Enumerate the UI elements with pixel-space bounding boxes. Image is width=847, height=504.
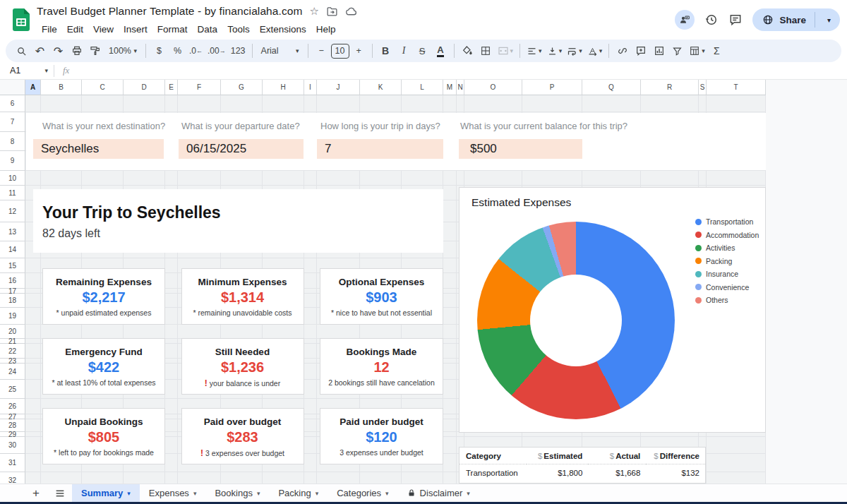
row-header-10[interactable]: 10	[0, 171, 25, 186]
card-paid-over-budget[interactable]: Paid over budget$283!3 expenses over bud…	[181, 408, 304, 464]
table-views-icon[interactable]: ▾	[687, 42, 707, 60]
add-sheet-button[interactable]: +	[24, 484, 48, 502]
menu-file[interactable]: File	[37, 23, 62, 36]
row-header-21[interactable]: 21	[0, 339, 25, 344]
select-all-corner[interactable]	[0, 80, 25, 95]
share-button[interactable]: Share ▾	[752, 8, 840, 31]
column-header-A[interactable]: A	[25, 80, 41, 95]
sheet-tab-caret[interactable]: ▾	[467, 490, 470, 497]
sheet-tab-categories[interactable]: Categories▾	[328, 484, 397, 502]
menu-tools[interactable]: Tools	[222, 23, 255, 36]
column-header-K[interactable]: K	[360, 80, 402, 95]
column-header-O[interactable]: O	[464, 80, 522, 95]
filter-icon[interactable]	[668, 42, 686, 60]
name-box[interactable]: A1 ▾	[0, 66, 54, 76]
column-header-R[interactable]: R	[641, 80, 699, 95]
undo-icon[interactable]: ↶	[31, 42, 49, 60]
answer-cell-destination[interactable]: Seychelles	[33, 139, 164, 159]
text-wrap-icon[interactable]: ▾	[565, 42, 584, 60]
row-header-25[interactable]: 25	[0, 380, 25, 399]
redo-icon[interactable]: ↷	[49, 42, 67, 60]
menu-insert[interactable]: Insert	[119, 23, 152, 36]
horizontal-align-icon[interactable]: ▾	[524, 42, 544, 60]
sheet-tab-caret[interactable]: ▾	[193, 490, 197, 497]
card-still-needed[interactable]: Still Needed$1,236!your balance is under	[181, 338, 304, 395]
strikethrough-icon[interactable]: S	[414, 42, 431, 60]
menu-help[interactable]: Help	[311, 23, 341, 36]
row-header-24[interactable]: 24	[0, 364, 25, 380]
sheet-tab-caret[interactable]: ▾	[257, 490, 260, 497]
vertical-align-icon[interactable]: ▾	[545, 42, 565, 60]
row-header-9[interactable]: 9	[0, 151, 25, 171]
menu-view[interactable]: View	[88, 23, 119, 36]
font-size-input[interactable]: 10	[331, 44, 349, 59]
all-sheets-menu-icon[interactable]	[48, 484, 72, 502]
row-header-18[interactable]: 18	[0, 294, 25, 308]
column-header-E[interactable]: E	[165, 80, 178, 95]
insert-link-icon[interactable]	[613, 42, 631, 60]
column-header-T[interactable]: T	[707, 80, 766, 95]
column-header-C[interactable]: C	[82, 80, 124, 95]
col-header-actual[interactable]: $Actual	[588, 448, 646, 464]
answer-cell-departure-date[interactable]: 06/15/2025	[179, 139, 304, 159]
row-header-17[interactable]: 17	[0, 289, 25, 294]
share-dropdown-caret[interactable]: ▾	[821, 16, 837, 24]
menu-format[interactable]: Format	[152, 23, 193, 36]
card-optional-expenses[interactable]: Optional Expenses$903!* nice to have but…	[320, 268, 443, 325]
row-header-14[interactable]: 14	[0, 241, 25, 258]
sheet-tab-disclaimer[interactable]: Disclaimer▾	[398, 484, 479, 502]
format-percent-icon[interactable]: %	[169, 42, 186, 60]
sheet-tab-caret[interactable]: ▾	[127, 490, 131, 497]
card-unpaid-bookings[interactable]: Unpaid Bookings$805!* left to pay for bo…	[42, 408, 165, 464]
row-header-12[interactable]: 12	[0, 200, 25, 222]
font-select[interactable]: Arial▾	[257, 42, 304, 60]
document-title[interactable]: Travel Budget Planner Template - by fina…	[37, 5, 303, 18]
row-header-6[interactable]: 6	[0, 95, 25, 112]
decrease-decimal-icon[interactable]: .0←	[187, 42, 205, 60]
row-header-31[interactable]: 31	[0, 454, 25, 472]
sheet-tab-expenses[interactable]: Expenses▾	[140, 484, 206, 502]
print-icon[interactable]	[68, 42, 85, 60]
zoom-select[interactable]: 100%▾	[104, 42, 141, 60]
row-header-19[interactable]: 19	[0, 308, 25, 325]
text-color-icon[interactable]: A	[437, 45, 443, 57]
column-header-G[interactable]: G	[221, 80, 263, 95]
row-header-27[interactable]: 27	[0, 414, 25, 419]
merge-cells-icon[interactable]: ▾	[495, 42, 516, 60]
card-paid-under-budget[interactable]: Paid under budget$120!3 expenses under b…	[320, 408, 443, 464]
card-emergency-fund[interactable]: Emergency Fund$422!* at least 10% of tot…	[42, 338, 165, 395]
sheet-tab-caret[interactable]: ▾	[385, 490, 389, 497]
sheet-tab-caret[interactable]: ▾	[316, 490, 319, 497]
column-header-Q[interactable]: Q	[582, 80, 641, 95]
table-row[interactable]: Transportation $1,800 $1,668 $132	[459, 464, 705, 481]
sheets-logo-icon[interactable]	[11, 7, 31, 32]
column-header-F[interactable]: F	[178, 80, 221, 95]
answer-cell-trip-days[interactable]: 7	[317, 139, 443, 159]
row-header-8[interactable]: 8	[0, 132, 25, 151]
menu-extensions[interactable]: Extensions	[255, 23, 311, 36]
paint-format-icon[interactable]	[86, 42, 104, 60]
name-box-caret[interactable]: ▾	[44, 67, 48, 74]
more-formats-icon[interactable]: 123	[229, 42, 248, 60]
insert-chart-icon[interactable]	[650, 42, 668, 60]
row-header-7[interactable]: 7	[0, 112, 25, 132]
card-minimum-expenses[interactable]: Minimum Expenses$1,314!* remaining unavo…	[181, 268, 304, 325]
move-folder-icon[interactable]	[326, 6, 338, 18]
column-header-B[interactable]: B	[41, 80, 82, 95]
menu-data[interactable]: Data	[193, 23, 223, 36]
comments-icon[interactable]	[728, 13, 743, 27]
card-remaining-expenses[interactable]: Remaining Expenses$2,217!* unpaid estima…	[42, 268, 165, 325]
insert-comment-icon[interactable]	[632, 42, 649, 60]
sheet-tab-bookings[interactable]: Bookings▾	[205, 484, 269, 502]
column-header-L[interactable]: L	[402, 80, 443, 95]
col-header-category[interactable]: Category	[459, 448, 527, 464]
increase-font-size-icon[interactable]: +	[350, 42, 368, 60]
menu-edit[interactable]: Edit	[62, 23, 88, 36]
row-header-23[interactable]: 23	[0, 359, 25, 364]
functions-icon[interactable]: Σ	[708, 42, 726, 60]
sheet-tab-packing[interactable]: Packing▾	[269, 484, 328, 502]
column-header-P[interactable]: P	[522, 80, 582, 95]
card-bookings-made[interactable]: Bookings Made12!2 bookings still have ca…	[320, 338, 443, 395]
sheet-tab-summary[interactable]: Summary▾	[72, 484, 140, 502]
column-header-D[interactable]: D	[124, 80, 165, 95]
